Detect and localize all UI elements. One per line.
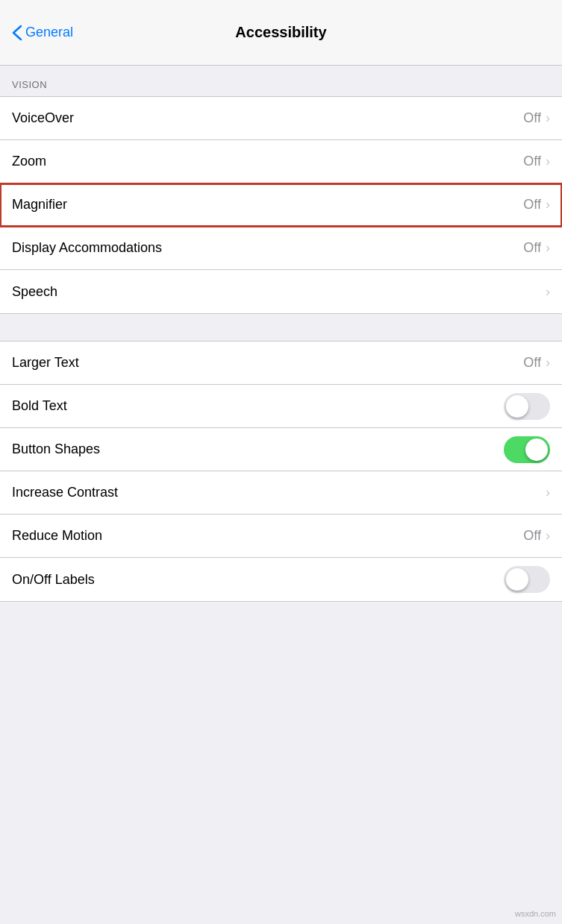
magnifier-label: Magnifier bbox=[12, 197, 67, 213]
magnifier-status: Off bbox=[523, 197, 541, 213]
larger-text-status: Off bbox=[523, 355, 541, 371]
zoom-row[interactable]: Zoom Off › bbox=[0, 140, 562, 183]
display-accommodations-right: Off › bbox=[523, 240, 550, 256]
on-off-labels-toggle-knob bbox=[506, 568, 528, 591]
speech-label: Speech bbox=[12, 284, 57, 300]
magnifier-chevron-icon: › bbox=[546, 197, 550, 213]
speech-right: › bbox=[546, 284, 550, 300]
zoom-status: Off bbox=[523, 154, 541, 169]
section-spacer bbox=[0, 314, 562, 341]
bold-text-row[interactable]: Bold Text bbox=[0, 385, 562, 428]
zoom-chevron-icon: › bbox=[546, 154, 550, 169]
display-accommodations-chevron-icon: › bbox=[546, 240, 550, 256]
navigation-bar: General Accessibility bbox=[0, 0, 562, 66]
page-title: Accessibility bbox=[235, 24, 326, 41]
speech-row[interactable]: Speech › bbox=[0, 270, 562, 313]
vision-section-header: VISION bbox=[0, 66, 562, 96]
zoom-label: Zoom bbox=[12, 154, 46, 169]
display-section: Larger Text Off › Bold Text Button Shape… bbox=[0, 341, 562, 602]
vision-settings-table: VoiceOver Off › Zoom Off › Magnifier Off… bbox=[0, 96, 562, 314]
magnifier-right: Off › bbox=[523, 197, 550, 213]
on-off-labels-label: On/Off Labels bbox=[12, 572, 95, 588]
voiceover-right: Off › bbox=[523, 110, 550, 126]
bold-text-label: Bold Text bbox=[12, 398, 67, 414]
larger-text-row[interactable]: Larger Text Off › bbox=[0, 342, 562, 385]
back-button-label: General bbox=[25, 25, 73, 40]
larger-text-right: Off › bbox=[523, 355, 550, 371]
vision-section: VISION VoiceOver Off › Zoom Off › Magnif… bbox=[0, 66, 562, 314]
bold-text-toggle[interactable] bbox=[504, 393, 550, 420]
display-accommodations-label: Display Accommodations bbox=[12, 240, 162, 256]
zoom-right: Off › bbox=[523, 154, 550, 169]
reduce-motion-chevron-icon: › bbox=[546, 528, 550, 544]
button-shapes-label: Button Shapes bbox=[12, 441, 100, 457]
reduce-motion-right: Off › bbox=[523, 528, 550, 544]
reduce-motion-label: Reduce Motion bbox=[12, 528, 102, 544]
watermark: wsxdn.com bbox=[515, 909, 556, 918]
larger-text-chevron-icon: › bbox=[546, 355, 550, 371]
increase-contrast-chevron-icon: › bbox=[546, 485, 550, 500]
bold-text-right bbox=[504, 393, 550, 420]
voiceover-label: VoiceOver bbox=[12, 110, 74, 126]
on-off-labels-right bbox=[504, 566, 550, 593]
voiceover-chevron-icon: › bbox=[546, 110, 550, 126]
voiceover-row[interactable]: VoiceOver Off › bbox=[0, 97, 562, 140]
increase-contrast-label: Increase Contrast bbox=[12, 485, 118, 500]
on-off-labels-row[interactable]: On/Off Labels bbox=[0, 558, 562, 601]
on-off-labels-toggle[interactable] bbox=[504, 566, 550, 593]
bold-text-toggle-knob bbox=[506, 395, 528, 418]
speech-chevron-icon: › bbox=[546, 284, 550, 300]
increase-contrast-right: › bbox=[546, 485, 550, 500]
increase-contrast-row[interactable]: Increase Contrast › bbox=[0, 471, 562, 515]
button-shapes-toggle[interactable] bbox=[504, 436, 550, 463]
larger-text-label: Larger Text bbox=[12, 355, 79, 371]
button-shapes-right bbox=[504, 436, 550, 463]
display-accommodations-row[interactable]: Display Accommodations Off › bbox=[0, 227, 562, 270]
button-shapes-row[interactable]: Button Shapes bbox=[0, 428, 562, 471]
reduce-motion-status: Off bbox=[523, 528, 541, 544]
back-button[interactable]: General bbox=[12, 25, 73, 41]
button-shapes-toggle-knob bbox=[525, 439, 548, 461]
display-settings-table: Larger Text Off › Bold Text Button Shape… bbox=[0, 341, 562, 602]
magnifier-row[interactable]: Magnifier Off › bbox=[0, 183, 562, 227]
back-chevron-icon bbox=[12, 25, 22, 41]
display-accommodations-status: Off bbox=[523, 240, 541, 256]
voiceover-status: Off bbox=[523, 110, 541, 126]
reduce-motion-row[interactable]: Reduce Motion Off › bbox=[0, 515, 562, 558]
